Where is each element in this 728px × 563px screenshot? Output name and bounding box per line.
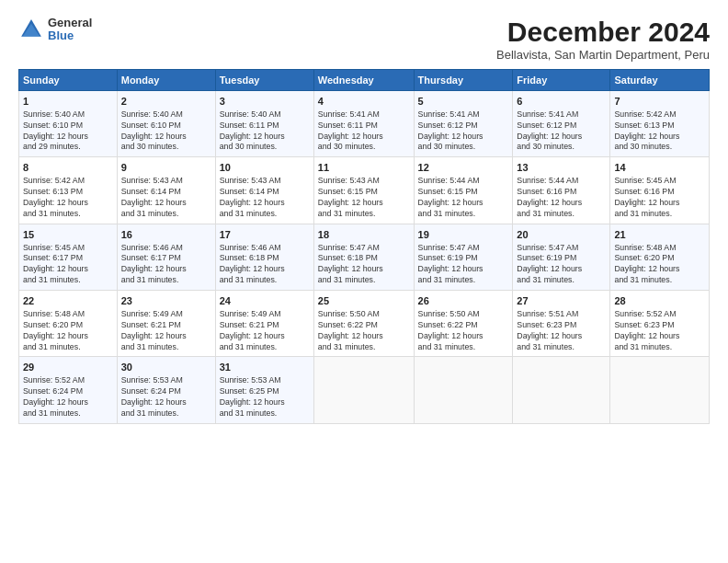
calendar-cell: 29Sunrise: 5:52 AMSunset: 6:24 PMDayligh… <box>19 357 118 423</box>
calendar-cell: 23Sunrise: 5:49 AMSunset: 6:21 PMDayligh… <box>117 291 215 357</box>
day-info: Sunrise: 5:46 AMSunset: 6:18 PMDaylight:… <box>220 243 310 287</box>
header-monday: Monday <box>117 70 215 91</box>
header-thursday: Thursday <box>414 70 513 91</box>
header-row: Sunday Monday Tuesday Wednesday Thursday… <box>19 70 710 91</box>
header-wednesday: Wednesday <box>313 70 414 91</box>
calendar-week-2: 8Sunrise: 5:42 AMSunset: 6:13 PMDaylight… <box>19 157 710 224</box>
calendar-cell <box>513 357 610 423</box>
calendar-cell: 21Sunrise: 5:48 AMSunset: 6:20 PMDayligh… <box>610 224 710 290</box>
day-number: 22 <box>23 294 113 308</box>
day-info: Sunrise: 5:47 AMSunset: 6:19 PMDaylight:… <box>517 243 606 287</box>
calendar-table: Sunday Monday Tuesday Wednesday Thursday… <box>18 69 710 424</box>
logo: General Blue <box>18 17 92 43</box>
calendar-cell <box>610 357 710 423</box>
calendar-cell: 5Sunrise: 5:41 AMSunset: 6:12 PMDaylight… <box>414 91 513 157</box>
day-info: Sunrise: 5:44 AMSunset: 6:15 PMDaylight:… <box>418 176 509 220</box>
day-number: 15 <box>23 228 113 242</box>
logo-blue: Blue <box>48 29 92 42</box>
calendar-cell: 13Sunrise: 5:44 AMSunset: 6:16 PMDayligh… <box>513 157 610 224</box>
day-number: 17 <box>220 228 310 242</box>
calendar-cell: 20Sunrise: 5:47 AMSunset: 6:19 PMDayligh… <box>513 224 610 290</box>
calendar-cell: 12Sunrise: 5:44 AMSunset: 6:15 PMDayligh… <box>414 157 513 224</box>
calendar-cell: 24Sunrise: 5:49 AMSunset: 6:21 PMDayligh… <box>215 291 313 357</box>
day-info: Sunrise: 5:49 AMSunset: 6:21 PMDaylight:… <box>121 309 211 353</box>
calendar-cell: 28Sunrise: 5:52 AMSunset: 6:23 PMDayligh… <box>610 291 710 357</box>
header-saturday: Saturday <box>610 70 710 91</box>
day-info: Sunrise: 5:47 AMSunset: 6:19 PMDaylight:… <box>418 243 509 287</box>
calendar-cell: 31Sunrise: 5:53 AMSunset: 6:25 PMDayligh… <box>215 357 313 423</box>
month-title: December 2024 <box>496 17 710 48</box>
logo-general: General <box>48 17 92 29</box>
calendar-cell: 19Sunrise: 5:47 AMSunset: 6:19 PMDayligh… <box>414 224 513 290</box>
day-info: Sunrise: 5:41 AMSunset: 6:12 PMDaylight:… <box>418 109 509 154</box>
location-subtitle: Bellavista, San Martin Department, Peru <box>496 48 710 62</box>
day-info: Sunrise: 5:53 AMSunset: 6:24 PMDaylight:… <box>121 375 211 419</box>
day-info: Sunrise: 5:41 AMSunset: 6:11 PMDaylight:… <box>318 109 410 154</box>
day-info: Sunrise: 5:43 AMSunset: 6:15 PMDaylight:… <box>318 176 410 220</box>
calendar-week-3: 15Sunrise: 5:45 AMSunset: 6:17 PMDayligh… <box>19 224 710 290</box>
day-number: 24 <box>220 294 310 308</box>
day-info: Sunrise: 5:47 AMSunset: 6:18 PMDaylight:… <box>318 243 410 287</box>
calendar-week-1: 1Sunrise: 5:40 AMSunset: 6:10 PMDaylight… <box>19 91 710 157</box>
day-info: Sunrise: 5:52 AMSunset: 6:24 PMDaylight:… <box>23 375 113 419</box>
calendar-cell: 27Sunrise: 5:51 AMSunset: 6:23 PMDayligh… <box>513 291 610 357</box>
day-number: 18 <box>318 228 410 242</box>
day-info: Sunrise: 5:42 AMSunset: 6:13 PMDaylight:… <box>614 109 705 154</box>
day-info: Sunrise: 5:43 AMSunset: 6:14 PMDaylight:… <box>121 176 211 220</box>
header-sunday: Sunday <box>19 70 118 91</box>
calendar-cell: 6Sunrise: 5:41 AMSunset: 6:12 PMDaylight… <box>513 91 610 157</box>
day-info: Sunrise: 5:45 AMSunset: 6:17 PMDaylight:… <box>23 243 113 287</box>
calendar-cell <box>414 357 513 423</box>
calendar-cell: 2Sunrise: 5:40 AMSunset: 6:10 PMDaylight… <box>117 91 215 157</box>
day-info: Sunrise: 5:41 AMSunset: 6:12 PMDaylight:… <box>517 109 606 154</box>
calendar-week-5: 29Sunrise: 5:52 AMSunset: 6:24 PMDayligh… <box>19 357 710 423</box>
day-number: 21 <box>614 228 705 242</box>
day-info: Sunrise: 5:40 AMSunset: 6:11 PMDaylight:… <box>220 109 310 154</box>
day-info: Sunrise: 5:40 AMSunset: 6:10 PMDaylight:… <box>121 109 211 154</box>
day-info: Sunrise: 5:49 AMSunset: 6:21 PMDaylight:… <box>220 309 310 353</box>
day-number: 29 <box>23 361 113 374</box>
day-info: Sunrise: 5:53 AMSunset: 6:25 PMDaylight:… <box>220 375 310 419</box>
day-number: 23 <box>121 294 211 308</box>
day-number: 11 <box>318 161 410 175</box>
calendar-cell: 4Sunrise: 5:41 AMSunset: 6:11 PMDaylight… <box>313 91 414 157</box>
day-number: 13 <box>517 161 606 175</box>
day-number: 3 <box>220 95 310 109</box>
day-number: 8 <box>23 161 113 175</box>
calendar-body: 1Sunrise: 5:40 AMSunset: 6:10 PMDaylight… <box>19 91 710 424</box>
day-number: 1 <box>23 95 113 109</box>
day-number: 5 <box>418 95 509 109</box>
day-number: 28 <box>614 294 705 308</box>
calendar-cell: 11Sunrise: 5:43 AMSunset: 6:15 PMDayligh… <box>313 157 414 224</box>
day-info: Sunrise: 5:50 AMSunset: 6:22 PMDaylight:… <box>418 309 509 353</box>
day-info: Sunrise: 5:45 AMSunset: 6:16 PMDaylight:… <box>614 176 705 220</box>
day-number: 7 <box>614 95 705 109</box>
day-number: 12 <box>418 161 509 175</box>
calendar-header: Sunday Monday Tuesday Wednesday Thursday… <box>19 70 710 91</box>
day-number: 4 <box>318 95 410 109</box>
day-number: 19 <box>418 228 509 242</box>
day-info: Sunrise: 5:50 AMSunset: 6:22 PMDaylight:… <box>318 309 410 353</box>
day-number: 2 <box>121 95 211 109</box>
page: General Blue December 2024 Bellavista, S… <box>0 0 728 563</box>
calendar-cell: 7Sunrise: 5:42 AMSunset: 6:13 PMDaylight… <box>610 91 710 157</box>
header-area: General Blue December 2024 Bellavista, S… <box>18 17 710 62</box>
day-number: 6 <box>517 95 606 109</box>
header-tuesday: Tuesday <box>215 70 313 91</box>
calendar-cell: 18Sunrise: 5:47 AMSunset: 6:18 PMDayligh… <box>313 224 414 290</box>
day-number: 14 <box>614 161 705 175</box>
calendar-cell: 14Sunrise: 5:45 AMSunset: 6:16 PMDayligh… <box>610 157 710 224</box>
day-info: Sunrise: 5:48 AMSunset: 6:20 PMDaylight:… <box>23 309 113 353</box>
calendar-cell: 16Sunrise: 5:46 AMSunset: 6:17 PMDayligh… <box>117 224 215 290</box>
day-info: Sunrise: 5:51 AMSunset: 6:23 PMDaylight:… <box>517 309 606 353</box>
day-number: 10 <box>220 161 310 175</box>
day-info: Sunrise: 5:43 AMSunset: 6:14 PMDaylight:… <box>220 176 310 220</box>
day-info: Sunrise: 5:42 AMSunset: 6:13 PMDaylight:… <box>23 176 113 220</box>
day-number: 25 <box>318 294 410 308</box>
calendar-cell: 3Sunrise: 5:40 AMSunset: 6:11 PMDaylight… <box>215 91 313 157</box>
calendar-cell: 15Sunrise: 5:45 AMSunset: 6:17 PMDayligh… <box>19 224 118 290</box>
day-number: 31 <box>220 361 310 374</box>
day-info: Sunrise: 5:44 AMSunset: 6:16 PMDaylight:… <box>517 176 606 220</box>
calendar-cell: 26Sunrise: 5:50 AMSunset: 6:22 PMDayligh… <box>414 291 513 357</box>
calendar-cell: 22Sunrise: 5:48 AMSunset: 6:20 PMDayligh… <box>19 291 118 357</box>
